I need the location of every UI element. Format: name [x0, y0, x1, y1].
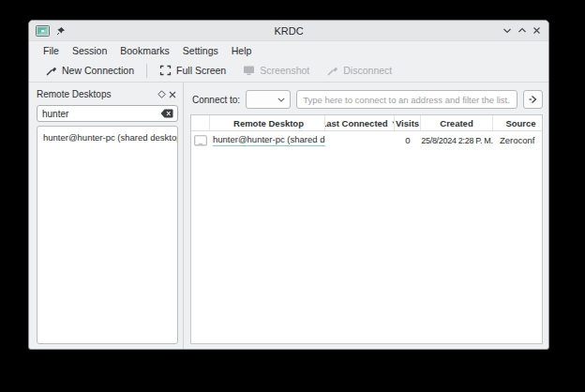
column-last-connected[interactable]: Last Connected: [325, 115, 395, 130]
column-icon[interactable]: [191, 115, 210, 130]
menu-help[interactable]: Help: [225, 43, 259, 58]
protocol-combobox[interactable]: [246, 90, 291, 109]
dock-list-item[interactable]: hunter@hunter-pc (shared desktop): [38, 129, 177, 145]
disconnect-button: Disconnect: [318, 62, 400, 80]
connect-go-button[interactable]: [523, 90, 543, 109]
full-screen-button[interactable]: Full Screen: [151, 62, 234, 79]
krdc-app-icon: [36, 25, 50, 37]
toolbar-separator: [146, 64, 147, 78]
dock-search-value: hunter: [42, 109, 160, 119]
column-source[interactable]: Source: [493, 115, 542, 130]
close-icon[interactable]: [532, 26, 542, 36]
column-last-connected-label: Last Connected: [325, 118, 388, 128]
monitor-icon: [191, 135, 210, 146]
clear-search-icon[interactable]: [160, 109, 173, 118]
column-visits[interactable]: Visits: [395, 115, 421, 130]
screenshot-label: Screenshot: [260, 65, 309, 76]
minimize-icon[interactable]: [502, 26, 512, 36]
connect-row: Connect to:: [190, 90, 543, 109]
disconnect-label: Disconnect: [343, 65, 392, 76]
new-connection-button[interactable]: New Connection: [37, 62, 142, 80]
full-screen-label: Full Screen: [176, 65, 226, 76]
table-header: Remote Desktop Last Connected Visits Cre…: [191, 115, 542, 131]
cell-source: Zeroconf: [493, 135, 542, 145]
chevron-down-icon: [278, 98, 285, 102]
dock-title: Remote Desktops: [37, 89, 156, 99]
new-connection-icon: [45, 65, 57, 77]
column-created[interactable]: Created: [421, 115, 493, 130]
dock-list: hunter@hunter-pc (shared desktop): [37, 126, 178, 344]
address-input[interactable]: [296, 90, 518, 109]
screenshot-button: Screenshot: [234, 62, 318, 79]
disconnect-icon: [326, 65, 338, 77]
cell-visits: 0: [395, 135, 421, 145]
menu-file[interactable]: File: [37, 43, 66, 58]
toolbar: New Connection Full Screen Screenshot: [29, 59, 548, 83]
pin-icon: [56, 26, 66, 36]
connect-to-label: Connect to:: [190, 95, 240, 105]
cell-remote-desktop[interactable]: hunter@hunter-pc (shared desktop): [210, 134, 325, 146]
full-screen-icon: [159, 65, 172, 76]
menu-bookmarks[interactable]: Bookmarks: [113, 43, 176, 58]
krdc-window: KRDC File Session Bookmarks Settings Hel…: [28, 20, 549, 350]
cell-created: 25/8/2024 2:28 P. M.: [421, 136, 493, 145]
remote-desktops-table: Remote Desktop Last Connected Visits Cre…: [190, 114, 543, 344]
menu-settings[interactable]: Settings: [176, 43, 225, 58]
content-area: Remote Desktops hunter hunter@hu: [29, 83, 548, 349]
dock-search-field[interactable]: hunter: [37, 105, 178, 122]
screenshot-icon: [243, 65, 255, 76]
table-row[interactable]: hunter@hunter-pc (shared desktop) 0 25/8…: [191, 131, 542, 149]
titlebar[interactable]: KRDC: [29, 21, 548, 41]
remote-desktop-link[interactable]: hunter@hunter-pc (shared desktop): [213, 134, 325, 146]
remote-desktops-dock: Remote Desktops hunter hunter@hu: [29, 83, 183, 349]
column-remote-desktop[interactable]: Remote Desktop: [210, 115, 325, 130]
close-panel-icon[interactable]: [167, 89, 178, 100]
maximize-icon[interactable]: [517, 26, 527, 36]
dock-header: Remote Desktops: [37, 87, 178, 101]
window-title: KRDC: [29, 25, 548, 37]
window-controls: [502, 26, 542, 36]
float-panel-icon[interactable]: [156, 89, 167, 100]
main-area: Connect to:: [186, 83, 548, 349]
menubar: File Session Bookmarks Settings Help: [29, 41, 548, 59]
menu-session[interactable]: Session: [66, 43, 113, 58]
new-connection-label: New Connection: [62, 65, 134, 76]
column-remote-desktop-label: Remote Desktop: [233, 118, 304, 128]
